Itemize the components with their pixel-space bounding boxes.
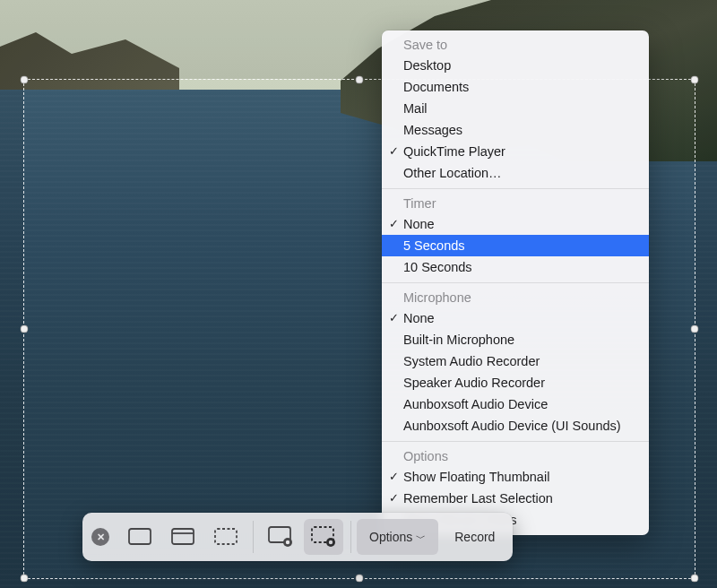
menu-section-header: Microphone xyxy=(382,288,649,307)
svg-point-6 xyxy=(286,540,289,544)
toolbar-separator xyxy=(253,521,254,553)
capture-window-icon xyxy=(171,528,194,546)
menu-item[interactable]: None xyxy=(382,307,649,329)
menu-divider xyxy=(382,188,649,189)
svg-point-9 xyxy=(329,540,333,544)
capture-entire-screen-icon xyxy=(128,528,151,546)
menu-item[interactable]: Built-in Microphone xyxy=(382,329,649,350)
chevron-down-icon: ﹀ xyxy=(416,532,426,545)
menu-section-header: Save to xyxy=(382,35,649,55)
menu-item[interactable]: Documents xyxy=(382,76,649,98)
menu-section-header: Options xyxy=(382,446,649,466)
menu-item[interactable]: 10 Seconds xyxy=(382,256,649,278)
record-entire-screen-icon xyxy=(268,526,293,548)
svg-rect-3 xyxy=(215,529,237,544)
menu-item[interactable]: QuickTime Player xyxy=(382,141,649,162)
menu-item[interactable]: Messages xyxy=(382,119,649,141)
menu-item[interactable]: None xyxy=(382,213,649,235)
record-button-label: Record xyxy=(454,530,495,544)
menu-item[interactable]: 5 Seconds xyxy=(382,235,649,256)
record-selection-button[interactable] xyxy=(304,519,343,555)
options-button-label: Options xyxy=(369,530,412,544)
capture-window-button[interactable] xyxy=(163,519,203,555)
toolbar-separator xyxy=(350,521,351,553)
options-menu: Save toDesktopDocumentsMailMessagesQuick… xyxy=(382,30,649,535)
menu-divider xyxy=(382,282,649,283)
menu-item[interactable]: Aunboxsoft Audio Device xyxy=(382,393,649,415)
record-entire-screen-button[interactable] xyxy=(261,519,300,555)
menu-item[interactable]: Aunboxsoft Audio Device (UI Sounds) xyxy=(382,415,649,437)
menu-item[interactable]: Other Location… xyxy=(382,162,649,184)
svg-rect-0 xyxy=(129,529,151,544)
record-selection-icon xyxy=(311,526,336,548)
capture-selection-icon xyxy=(214,528,238,546)
capture-selection-button[interactable] xyxy=(206,519,246,555)
menu-item[interactable]: Mail xyxy=(382,98,649,119)
menu-item[interactable]: System Audio Recorder xyxy=(382,350,649,372)
menu-item[interactable]: Desktop xyxy=(382,55,649,76)
capture-entire-screen-button[interactable] xyxy=(120,519,160,555)
record-button[interactable]: Record xyxy=(442,519,507,555)
menu-item[interactable]: Speaker Audio Recorder xyxy=(382,372,649,393)
options-button[interactable]: Options ﹀ xyxy=(357,519,438,555)
menu-section-header: Timer xyxy=(382,194,649,213)
screenshot-toolbar: ✕ Options ﹀ xyxy=(82,513,513,561)
close-button[interactable]: ✕ xyxy=(91,528,109,546)
menu-divider xyxy=(382,441,649,442)
menu-item[interactable]: Remember Last Selection xyxy=(382,488,649,509)
svg-rect-1 xyxy=(172,529,194,544)
close-icon: ✕ xyxy=(97,532,105,543)
menu-item[interactable]: Show Floating Thumbnail xyxy=(382,466,649,488)
